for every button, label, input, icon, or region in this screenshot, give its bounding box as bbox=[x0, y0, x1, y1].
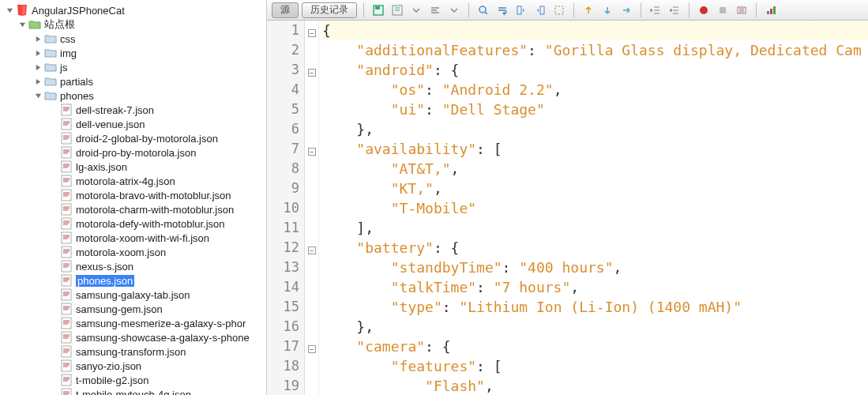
tree-file[interactable]: motorola-defy-with-motoblur.json bbox=[0, 216, 266, 231]
code-line[interactable]: "T-Mobile" bbox=[322, 198, 868, 218]
code-line[interactable]: "additionalFeatures": "Gorilla Glass dis… bbox=[322, 40, 868, 60]
wrap-icon[interactable] bbox=[494, 2, 510, 18]
line-number: 12 bbox=[267, 238, 299, 258]
align-icon[interactable] bbox=[427, 2, 443, 18]
code-line[interactable]: "standbyTime": "400 hours", bbox=[322, 258, 868, 277]
twisty-none bbox=[49, 233, 58, 243]
tree-file[interactable]: motorola-xoom-with-wi-fi.json bbox=[0, 231, 266, 245]
fold-toggle-icon[interactable]: − bbox=[308, 29, 316, 37]
code-line[interactable]: "os": "Android 2.2", bbox=[322, 80, 868, 100]
tree-file[interactable]: nexus-s.json bbox=[0, 259, 266, 273]
twisty-open-icon[interactable] bbox=[5, 6, 14, 15]
settings-icon[interactable] bbox=[734, 2, 750, 18]
chevron-down-icon[interactable] bbox=[446, 2, 462, 18]
record-icon[interactable] bbox=[696, 2, 712, 18]
tree-file[interactable]: t-mobile-mytouch-4g.json bbox=[0, 387, 266, 395]
outdent-icon[interactable] bbox=[648, 2, 663, 18]
line-number: 18 bbox=[267, 356, 299, 376]
arrow-right-icon[interactable] bbox=[618, 2, 634, 18]
file-icon bbox=[60, 231, 73, 244]
stop-icon[interactable] bbox=[715, 2, 731, 18]
edit-icon[interactable] bbox=[389, 2, 405, 18]
line-number: 2 bbox=[267, 40, 299, 60]
arrow-down-icon[interactable] bbox=[599, 2, 615, 18]
tree-folder[interactable]: partials bbox=[0, 74, 266, 88]
twisty-closed-icon[interactable] bbox=[33, 48, 43, 58]
fold-toggle-icon[interactable]: − bbox=[308, 345, 316, 353]
code-area[interactable]: 12345678910111213141516171819 − − − − − … bbox=[267, 21, 868, 395]
history-tab-button[interactable]: 历史记录 bbox=[302, 2, 357, 18]
tree-file[interactable]: samsung-mesmerize-a-galaxy-s-phor bbox=[0, 316, 266, 330]
twisty-none bbox=[49, 162, 58, 171]
twisty-none bbox=[49, 134, 58, 143]
code-line[interactable]: }, bbox=[322, 119, 868, 139]
tree-label: motorola-xoom-with-wi-fi.json bbox=[76, 232, 209, 244]
code-line[interactable]: ], bbox=[322, 218, 868, 238]
code-line[interactable]: "Flash", bbox=[322, 376, 868, 395]
code-line[interactable]: "AT&T,", bbox=[322, 159, 868, 179]
code-line[interactable]: { bbox=[322, 21, 868, 40]
tree-file[interactable]: lg-axis.json bbox=[0, 160, 266, 174]
arrow-up-icon[interactable] bbox=[581, 2, 596, 18]
file-tree-sidebar[interactable]: AngularJSPhoneCat站点根cssimgjspartialsphon… bbox=[0, 0, 267, 395]
file-icon bbox=[60, 288, 73, 301]
code-line[interactable]: "battery": { bbox=[322, 238, 868, 258]
twisty-closed-icon[interactable] bbox=[33, 77, 43, 86]
find-icon[interactable] bbox=[475, 2, 491, 18]
fold-toggle-icon[interactable]: − bbox=[308, 246, 316, 254]
tree-file-selected[interactable]: phones.json bbox=[0, 273, 266, 288]
tree-folder[interactable]: js bbox=[0, 60, 266, 74]
fold-column[interactable]: − − − − − bbox=[305, 21, 319, 395]
toolbar-sep bbox=[573, 3, 574, 17]
code-body[interactable]: { "additionalFeatures": "Gorilla Glass d… bbox=[319, 21, 868, 395]
code-line[interactable]: "camera": { bbox=[322, 337, 868, 356]
tree-folder[interactable]: css bbox=[0, 32, 266, 46]
twisty-open-icon[interactable] bbox=[33, 91, 43, 100]
code-line[interactable]: "talkTime": "7 hours", bbox=[322, 277, 868, 297]
select-icon[interactable] bbox=[551, 2, 567, 18]
tree-file[interactable]: samsung-galaxy-tab.json bbox=[0, 288, 266, 302]
tree-folder[interactable]: AngularJSPhoneCat bbox=[0, 3, 266, 17]
save-icon[interactable] bbox=[370, 2, 386, 18]
file-icon bbox=[60, 274, 73, 287]
tree-file[interactable]: motorola-bravo-with-motoblur.json bbox=[0, 188, 266, 202]
indent-icon[interactable] bbox=[667, 2, 682, 18]
tree-file[interactable]: dell-streak-7.json bbox=[0, 103, 266, 117]
code-line[interactable]: "availability": [ bbox=[322, 139, 868, 159]
twisty-closed-icon[interactable] bbox=[33, 62, 43, 72]
svg-rect-5 bbox=[62, 175, 71, 186]
tree-file[interactable]: samsung-gem.json bbox=[0, 302, 266, 316]
tree-file[interactable]: droid-pro-by-motorola.json bbox=[0, 145, 266, 160]
code-line[interactable]: "ui": "Dell Stage" bbox=[322, 100, 868, 119]
tree-file[interactable]: motorola-charm-with-motoblur.json bbox=[0, 202, 266, 216]
chevron-down-icon[interactable] bbox=[408, 2, 424, 18]
twisty-closed-icon[interactable] bbox=[33, 34, 43, 43]
tree-folder[interactable]: phones bbox=[0, 88, 266, 103]
svg-rect-8 bbox=[62, 218, 71, 229]
bookmark-prev-icon[interactable] bbox=[513, 2, 529, 18]
fold-toggle-icon[interactable]: − bbox=[308, 148, 316, 156]
tree-file[interactable]: sanyo-zio.json bbox=[0, 359, 266, 373]
tree-file[interactable]: samsung-showcase-a-galaxy-s-phone bbox=[0, 330, 266, 344]
fold-toggle-icon[interactable]: − bbox=[308, 69, 316, 77]
code-line[interactable]: "android": { bbox=[322, 60, 868, 80]
tree-file[interactable]: motorola-xoom.json bbox=[0, 245, 266, 259]
tree-file[interactable]: motorola-atrix-4g.json bbox=[0, 174, 266, 188]
tree-file[interactable]: t-mobile-g2.json bbox=[0, 373, 266, 387]
source-tab-button[interactable]: 源 bbox=[272, 2, 299, 18]
bars-icon[interactable] bbox=[763, 2, 779, 18]
code-line[interactable]: "features": [ bbox=[322, 356, 868, 376]
tree-folder[interactable]: img bbox=[0, 46, 266, 60]
code-line[interactable]: }, bbox=[322, 317, 868, 337]
twisty-open-icon[interactable] bbox=[17, 20, 27, 29]
tree-file[interactable]: samsung-transform.json bbox=[0, 344, 266, 359]
code-line[interactable]: "type": "Lithium Ion (Li-Ion) (1400 mAH)… bbox=[322, 297, 868, 317]
tree-file[interactable]: droid-2-global-by-motorola.json bbox=[0, 131, 266, 145]
file-icon bbox=[60, 103, 73, 116]
bookmark-next-icon[interactable] bbox=[532, 2, 548, 18]
tree-file[interactable]: dell-venue.json bbox=[0, 117, 266, 131]
tree-label: t-mobile-g2.json bbox=[76, 374, 149, 386]
code-line[interactable]: "KT,", bbox=[322, 179, 868, 198]
line-gutter: 12345678910111213141516171819 bbox=[267, 21, 305, 395]
tree-folder[interactable]: 站点根 bbox=[0, 17, 266, 32]
